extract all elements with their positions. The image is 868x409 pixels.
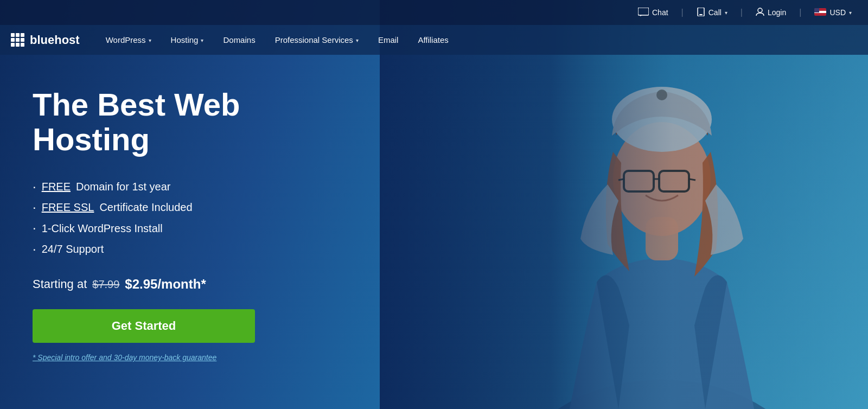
nav-label-domains: Domains — [223, 35, 255, 44]
feature-wordpress-text: 1-Click WordPress Install — [42, 220, 163, 237]
svg-rect-13 — [638, 8, 649, 15]
feature-item-support: 24/7 Support — [33, 239, 347, 259]
feature-free-domain-highlight: FREE — [42, 178, 71, 195]
feature-free-ssl-highlight: FREE SSL — [42, 199, 94, 216]
login-link[interactable]: Login — [756, 8, 786, 18]
brand-name: bluehost — [30, 33, 80, 47]
call-dropdown-icon: ▾ — [725, 10, 727, 16]
svg-rect-15 — [699, 14, 703, 15]
get-started-button[interactable]: Get Started — [33, 309, 255, 343]
hero-person-image — [380, 0, 868, 409]
feature-item-wordpress: 1-Click WordPress Install — [33, 218, 347, 238]
nav-item-domains[interactable]: Domains — [213, 25, 265, 55]
disclaimer-link[interactable]: * Special intro offer and 30-day money-b… — [33, 353, 216, 362]
nav-label-wordpress: WordPress — [106, 35, 146, 44]
wordpress-dropdown-icon: ▾ — [149, 37, 151, 43]
feature-support-text: 24/7 Support — [42, 240, 104, 258]
nav-item-wordpress[interactable]: WordPress ▾ — [96, 25, 161, 55]
nav-item-professional-services[interactable]: Professional Services ▾ — [265, 25, 368, 55]
nav-item-hosting[interactable]: Hosting ▾ — [161, 25, 214, 55]
logo-grid-icon — [11, 33, 24, 47]
old-price: $7.99 — [92, 278, 119, 291]
feature-free-domain-text: Domain for 1st year — [76, 178, 171, 195]
nav-label-professional-services: Professional Services — [275, 35, 353, 44]
call-link[interactable]: Call ▾ — [697, 8, 727, 18]
feature-free-ssl-text: Certificate Included — [99, 199, 192, 216]
currency-label: USD — [829, 8, 846, 17]
nav-bar: bluehost WordPress ▾ Hosting ▾ Domains P… — [0, 25, 868, 55]
hosting-dropdown-icon: ▾ — [201, 37, 203, 43]
call-label: Call — [709, 8, 722, 17]
svg-rect-12 — [380, 0, 868, 409]
nav-label-hosting: Hosting — [171, 35, 199, 44]
login-label: Login — [768, 8, 786, 17]
nav-item-email[interactable]: Email — [368, 25, 409, 55]
nav-label-email: Email — [378, 35, 399, 44]
nav-label-affiliates: Affiliates — [418, 35, 448, 44]
feature-item-ssl: FREE SSL Certificate Included — [33, 197, 347, 218]
nav-item-affiliates[interactable]: Affiliates — [408, 25, 458, 55]
hero-title: The Best Web Hosting — [33, 87, 347, 157]
chat-link[interactable]: Chat — [638, 8, 668, 18]
svg-rect-19 — [814, 13, 826, 16]
logo[interactable]: bluehost — [11, 33, 80, 47]
currency-dropdown-icon: ▾ — [849, 10, 852, 16]
feature-list: FREE Domain for 1st year FREE SSL Certif… — [33, 176, 347, 260]
top-bar: Chat | Call ▾ | Login | — [0, 0, 868, 25]
svg-point-16 — [758, 8, 762, 12]
new-price: $2.95/month* — [125, 277, 206, 292]
svg-rect-20 — [814, 8, 819, 12]
phone-icon — [697, 8, 705, 18]
pricing-area: Starting at $7.99 $2.95/month* — [33, 277, 347, 292]
professional-services-dropdown-icon: ▾ — [356, 37, 359, 43]
chat-icon — [638, 8, 649, 18]
chat-label: Chat — [652, 8, 668, 17]
currency-selector[interactable]: USD ▾ — [814, 8, 852, 17]
separator-1: | — [681, 8, 684, 17]
user-icon — [756, 8, 764, 18]
separator-2: | — [741, 8, 743, 17]
feature-item-domain: FREE Domain for 1st year — [33, 176, 347, 197]
separator-3: | — [799, 8, 801, 17]
flag-icon — [814, 8, 826, 17]
hero-section: The Best Web Hosting FREE Domain for 1st… — [0, 55, 380, 362]
pricing-prefix: Starting at — [33, 277, 87, 291]
